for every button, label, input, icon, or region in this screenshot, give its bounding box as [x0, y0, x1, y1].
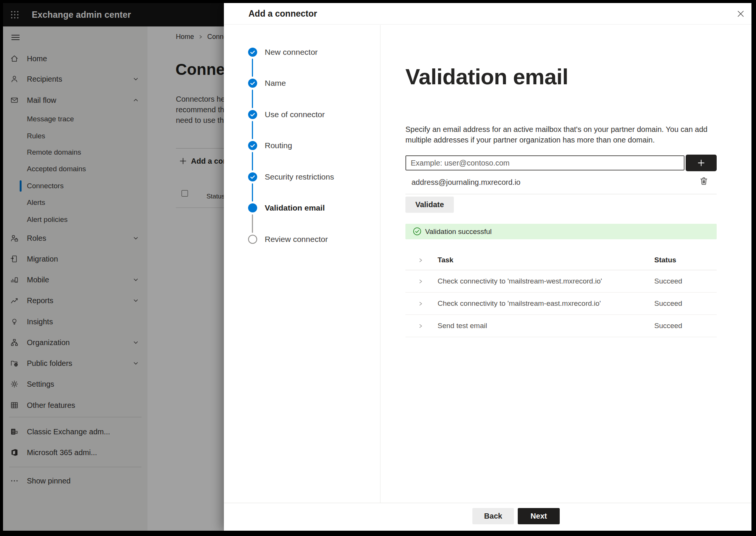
- validation-email-step-content: Validation email Specify an email addres…: [380, 25, 751, 503]
- validation-success-banner: Validation successful: [405, 224, 717, 239]
- back-button[interactable]: Back: [472, 508, 514, 524]
- panel-header: Add a connector: [224, 3, 751, 25]
- expand-row-chevron-icon[interactable]: [418, 323, 423, 328]
- modal-dim-overlay: [3, 3, 224, 531]
- trash-icon: [699, 176, 709, 186]
- wizard-step-new-connector[interactable]: New connector: [265, 47, 318, 57]
- screen: Exchange admin center HomeRecipientsMail…: [3, 3, 751, 531]
- wizard-step-routing[interactable]: Routing: [265, 140, 292, 151]
- task-cell: Check connectivity to 'mailstream-east.m…: [438, 293, 601, 314]
- table-row[interactable]: Check connectivity to 'mailstream-west.m…: [405, 270, 717, 293]
- expand-row-chevron-icon[interactable]: [418, 301, 423, 306]
- status-cell: Succeed: [654, 293, 682, 314]
- step-circle-upcoming: [248, 235, 257, 244]
- step-connector-line: [252, 214, 253, 233]
- description-line-2: multiple addresses if your partner organ…: [405, 135, 708, 145]
- step-heading: Validation email: [405, 64, 568, 89]
- table-header-row: TaskStatus: [405, 250, 717, 270]
- step-circle-complete: [248, 110, 257, 119]
- validation-tasks-table: TaskStatusCheck connectivity to 'mailstr…: [405, 250, 717, 337]
- panel-footer: Back Next: [224, 503, 751, 531]
- status-cell: Succeed: [654, 270, 682, 292]
- added-address: address@journaling.mxrecord.io: [411, 178, 520, 187]
- delete-address-button[interactable]: [698, 175, 709, 187]
- validate-button[interactable]: Validate: [405, 197, 454, 213]
- banner-text: Validation successful: [425, 224, 492, 239]
- task-cell: Send test email: [438, 315, 487, 337]
- step-description: Specify an email address for an active m…: [405, 124, 708, 145]
- description-line-1: Specify an email address for an active m…: [405, 124, 708, 135]
- status-cell: Succeed: [654, 315, 682, 337]
- step-connector-line: [252, 152, 253, 170]
- success-check-icon: [413, 227, 421, 235]
- wizard-step-review-connector[interactable]: Review connector: [265, 234, 328, 245]
- divider: [405, 194, 717, 194]
- wizard-steps: New connectorNameUse of connectorRouting…: [224, 25, 380, 503]
- add-connector-panel: Add a connector New connectorNameUse of …: [224, 3, 751, 531]
- plus-icon: [697, 159, 705, 167]
- wizard-step-validation-email[interactable]: Validation email: [265, 203, 325, 213]
- step-connector-line: [252, 59, 253, 77]
- status-column-header: Status: [654, 250, 676, 270]
- task-column-header: Task: [438, 250, 453, 270]
- close-icon[interactable]: [735, 8, 746, 19]
- step-circle-complete: [248, 172, 257, 181]
- wizard-step-use-of-connector[interactable]: Use of connector: [265, 109, 325, 120]
- add-address-button[interactable]: [686, 155, 717, 171]
- step-connector-line: [252, 90, 253, 108]
- step-circle-current: [248, 203, 257, 212]
- expand-all-chevron-icon[interactable]: [418, 257, 423, 262]
- task-cell: Check connectivity to 'mailstream-west.m…: [438, 270, 602, 292]
- panel-title: Add a connector: [248, 3, 317, 25]
- step-circle-complete: [248, 79, 257, 88]
- next-button[interactable]: Next: [518, 508, 560, 524]
- step-circle-complete: [248, 48, 257, 57]
- step-connector-line: [252, 121, 253, 139]
- step-circle-complete: [248, 141, 257, 150]
- table-row[interactable]: Check connectivity to 'mailstream-east.m…: [405, 293, 717, 315]
- step-connector-line: [252, 183, 253, 201]
- expand-row-chevron-icon[interactable]: [418, 279, 423, 283]
- wizard-step-name[interactable]: Name: [265, 78, 286, 88]
- table-row[interactable]: Send test emailSucceed: [405, 315, 717, 337]
- email-address-input[interactable]: [405, 155, 685, 170]
- wizard-step-security-restrictions[interactable]: Security restrictions: [265, 172, 334, 182]
